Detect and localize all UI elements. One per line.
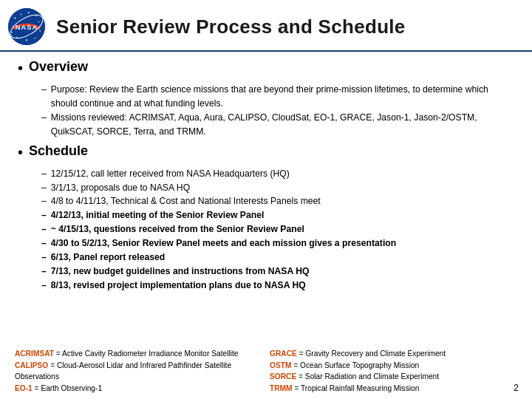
svg-point-8 bbox=[11, 32, 13, 33]
dash: – bbox=[41, 265, 47, 279]
footer-def: = Gravity Recovery and Climate Experimen… bbox=[297, 349, 446, 358]
footer-right-item-3: TRMM = Tropical Rainfall Measuring Missi… bbox=[270, 383, 517, 395]
main-content: • Overview – Purpose: Review the Earth s… bbox=[0, 52, 532, 303]
svg-point-3 bbox=[20, 14, 21, 16]
footer-def: = Solar Radiation and Climate Experiment bbox=[296, 372, 439, 381]
footer-def: = Ocean Surface Topography Mission bbox=[291, 361, 419, 369]
schedule-text-5: 4/30 to 5/2/13, Senior Review Panel meet… bbox=[51, 236, 396, 250]
svg-point-9 bbox=[16, 37, 18, 38]
schedule-text-3: 4/12/13, initial meeting of the Senior R… bbox=[51, 208, 265, 222]
overview-item-1: – Purpose: Review the Earth science miss… bbox=[41, 83, 514, 111]
schedule-item-0: –12/15/12, call letter received from NAS… bbox=[41, 167, 514, 181]
footer-abbr: GRACE bbox=[270, 349, 297, 358]
dash: – bbox=[41, 279, 47, 293]
schedule-item-6: –6/13, Panel report released bbox=[41, 250, 514, 265]
svg-point-6 bbox=[38, 21, 40, 23]
dash: – bbox=[41, 194, 47, 208]
overview-item-2: – Missions reviewed: ACRIMSAT, Aqua, Aur… bbox=[41, 111, 514, 139]
svg-point-12 bbox=[39, 30, 41, 32]
dash: – bbox=[41, 181, 47, 195]
overview-heading: Overview bbox=[29, 59, 88, 75]
schedule-text-0: 12/15/12, call letter received from NASA… bbox=[51, 167, 290, 181]
schedule-item-5: –4/30 to 5/2/13, Senior Review Panel mee… bbox=[41, 236, 514, 250]
schedule-item-8: –8/13, revised project implementation pl… bbox=[41, 279, 514, 293]
footer-right-item-2: SORCE = Solar Radiation and Climate Expe… bbox=[270, 371, 517, 383]
footer-abbr: EO-1 bbox=[15, 384, 33, 392]
footer-abbr: TRMM bbox=[270, 384, 293, 392]
overview-text-2: Missions reviewed: ACRIMSAT, Aqua, Aura,… bbox=[51, 111, 514, 139]
schedule-item-7: –7/13, new budget guidelines and instruc… bbox=[41, 265, 514, 279]
svg-point-4 bbox=[28, 12, 30, 13]
footer-right: GRACE = Gravity Recovery and Climate Exp… bbox=[270, 348, 517, 395]
footer-def: = Earth Observing-1 bbox=[33, 384, 102, 392]
footer-left-item-0: ACRIMSAT = Active Cavity Radiometer Irra… bbox=[15, 348, 262, 360]
schedule-text-6: 6/13, Panel report released bbox=[51, 250, 165, 265]
schedule-list: –12/15/12, call letter received from NAS… bbox=[41, 167, 514, 293]
footer-left: ACRIMSAT = Active Cavity Radiometer Irra… bbox=[15, 348, 262, 395]
svg-text:NASA: NASA bbox=[16, 24, 38, 31]
schedule-text-4: ~ 4/15/13, questions received from the S… bbox=[51, 222, 304, 236]
bullet-overview: • bbox=[18, 60, 23, 77]
footer-abbr: CALIPSO bbox=[15, 361, 48, 369]
footer-left-item-1: CALIPSO = Cloud-Aerosol Lidar and Infrar… bbox=[15, 360, 262, 383]
svg-point-11 bbox=[35, 38, 36, 39]
dash: – bbox=[41, 208, 47, 222]
overview-section: • Overview bbox=[18, 59, 514, 77]
page-title: Senior Review Process and Schedule bbox=[56, 16, 406, 38]
schedule-heading: Schedule bbox=[29, 143, 88, 159]
overview-list: – Purpose: Review the Earth science miss… bbox=[41, 83, 514, 139]
overview-text-1: Purpose: Review the Earth science missio… bbox=[51, 83, 514, 111]
footer-def: = Tropical Rainfall Measuring Mission bbox=[293, 384, 420, 392]
schedule-item-2: –4/8 to 4/11/13, Technical & Cost and Na… bbox=[41, 194, 514, 208]
svg-point-10 bbox=[26, 39, 27, 41]
footer-abbr: SORCE bbox=[270, 372, 296, 381]
page-number: 2 bbox=[514, 383, 519, 393]
dash: – bbox=[41, 236, 47, 250]
footer-def: = Active Cavity Radiometer Irradiance Mo… bbox=[54, 349, 238, 358]
footer-left-item-2: EO-1 = Earth Observing-1 bbox=[15, 383, 262, 395]
schedule-section: • Schedule bbox=[18, 143, 514, 161]
dash: – bbox=[41, 167, 47, 181]
dash: – bbox=[41, 83, 47, 97]
footer-abbr: ACRIMSAT bbox=[15, 349, 54, 358]
svg-point-5 bbox=[35, 16, 37, 17]
svg-point-2 bbox=[14, 18, 16, 19]
schedule-text-7: 7/13, new budget guidelines and instruct… bbox=[51, 265, 310, 279]
schedule-item-4: –~ 4/15/13, questions received from the … bbox=[41, 222, 514, 236]
dash: – bbox=[41, 222, 47, 236]
bullet-schedule: • bbox=[18, 144, 23, 161]
footer: ACRIMSAT = Active Cavity Radiometer Irra… bbox=[0, 344, 532, 399]
dash: – bbox=[41, 111, 47, 125]
dash: – bbox=[41, 250, 47, 265]
schedule-text-8: 8/13, revised project implementation pla… bbox=[51, 279, 306, 293]
nasa-logo: NASA bbox=[7, 7, 46, 46]
header: NASA Senior Review Process and Schedule bbox=[0, 0, 532, 52]
footer-right-item-1: OSTM = Ocean Surface Topography Mission bbox=[270, 360, 517, 372]
schedule-text-2: 4/8 to 4/11/13, Technical & Cost and Nat… bbox=[51, 194, 321, 208]
schedule-text-1: 3/1/13, proposals due to NASA HQ bbox=[51, 181, 190, 195]
footer-right-item-0: GRACE = Gravity Recovery and Climate Exp… bbox=[270, 348, 517, 360]
footer-abbr: OSTM bbox=[270, 361, 291, 369]
schedule-item-1: –3/1/13, proposals due to NASA HQ bbox=[41, 181, 514, 195]
schedule-item-3: –4/12/13, initial meeting of the Senior … bbox=[41, 208, 514, 222]
